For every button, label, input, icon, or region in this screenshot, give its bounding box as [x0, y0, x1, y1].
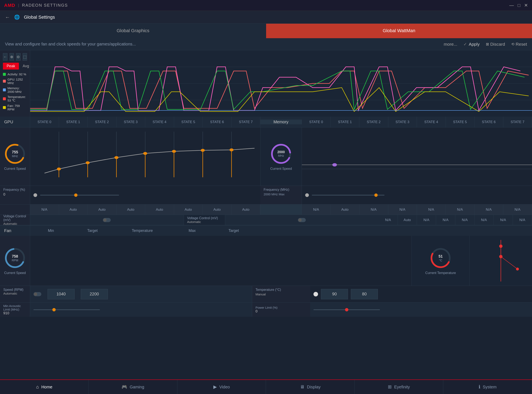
amd-logo: AMD [4, 3, 15, 8]
fan-label: Fan: 759 RPM [7, 104, 27, 111]
gpu-freq-slider-container[interactable] [30, 186, 260, 204]
gpu-state-5: STATE 5 [174, 117, 203, 127]
mem-voltage-values: N/A Auto N/A N/A N/A N/A N/A N/A [379, 215, 532, 225]
mem-state-7: STATE 7 [503, 117, 532, 127]
mem-freq-slider[interactable] [312, 195, 385, 196]
titlebar-left: AMD | RADEON SETTINGS [4, 3, 68, 8]
mem-voltage-label: Voltage Control (mV) Automatic [184, 215, 225, 225]
nav-video[interactable]: ▶ Video [177, 380, 266, 394]
acoustic-slider-area[interactable] [30, 302, 252, 317]
acoustic-label: Min Acoustic Limit (MHz) 910 [0, 302, 30, 317]
fan-speed-value: 758 RPM [12, 254, 18, 262]
mem-voltage-toggle[interactable] [298, 218, 306, 222]
temp-gauge: 51 °C Current Temperature [425, 247, 456, 275]
gpu-state-values: N/A Auto Auto Auto Auto Auto Auto Auto [30, 204, 260, 215]
svg-point-17 [115, 156, 118, 159]
fan-speed-toggle[interactable] [33, 292, 41, 296]
gpu-state-7: STATE 7 [232, 117, 260, 127]
graph-sidebar: ← ⊕ ⊖ ⬚ Peak Avg Activity: 92 % GPU: 125… [0, 50, 30, 117]
voltage-slider-area[interactable] [30, 215, 184, 225]
fan-ctrl-content: 1040 2200 [30, 286, 252, 302]
voltage-row: Voltage Control (mV) Automatic Voltage C… [0, 215, 532, 225]
zoom-in-btn[interactable]: ⊕ [10, 53, 14, 61]
memory-speed-label: Current Speed [270, 167, 292, 171]
mem-vv-6: N/A [494, 215, 513, 225]
tab-global-graphics[interactable]: Global Graphics [0, 24, 266, 38]
gpu-state-0: STATE 0 [30, 117, 59, 127]
fan-max-val[interactable]: 2200 [81, 289, 108, 299]
toolbar-actions: more... ✓ Apply ⊠ Discard ⟲ Reset [444, 42, 527, 47]
svg-point-41 [516, 268, 519, 270]
gpu-state-6: STATE 6 [203, 117, 232, 127]
voltage-label-text: Voltage Control (mV) [3, 214, 26, 222]
legend-temp: Temperature: 53 ℃ [3, 95, 27, 102]
memory-gauge: 2000 MHz Current Speed [270, 142, 292, 171]
back-button[interactable]: ← [5, 14, 10, 20]
freq-toggle[interactable] [33, 193, 37, 197]
mem-sv-3: N/A [388, 204, 417, 215]
discard-button[interactable]: ⊠ Discard [486, 42, 505, 47]
fan-curve-area [470, 236, 532, 286]
voltage-label: Voltage Control (mV) Automatic [0, 215, 30, 225]
zoom-out-btn[interactable]: ⊖ [16, 53, 21, 61]
temp-color [3, 97, 6, 100]
gpu-sv-0: N/A [30, 204, 59, 215]
video-label: Video [219, 385, 230, 389]
temp-speed-gauge: 51 °C [429, 247, 452, 270]
reset-button[interactable]: ⟲ Reset [511, 42, 527, 47]
tab-global-wattman[interactable]: Global WattMan [266, 24, 532, 38]
nav-system[interactable]: ℹ System [443, 380, 532, 394]
legend-gpu: GPU: 1252 MHz [3, 78, 27, 85]
avg-button[interactable]: Avg [20, 63, 32, 70]
gpu-sv-2: Auto [88, 204, 116, 215]
voltage-sublabel: Automatic [3, 222, 26, 225]
nav-eyefinity[interactable]: ⊞ Eyefinity [355, 380, 443, 394]
back-tool-btn[interactable]: ← [3, 53, 7, 61]
memory-speed-value: 2000 MHz [277, 150, 285, 157]
mem-state-spacer [260, 204, 302, 215]
gpu-sv-4: Auto [145, 204, 174, 215]
minimize-button[interactable]: — [509, 3, 514, 8]
fan-controls-row: Speed (RPM) Automatic 1040 2200 Temperat… [0, 286, 532, 302]
svg-point-19 [143, 152, 147, 155]
memory-divider: Memory [260, 119, 302, 124]
acoustic-slider[interactable] [33, 309, 100, 310]
peak-button[interactable]: Peak [3, 63, 19, 70]
temp-toggle[interactable] [313, 292, 318, 296]
reset-view-btn[interactable]: ⬚ [23, 53, 27, 61]
more-link[interactable]: more... [444, 42, 457, 47]
mem-voltage-slider-area[interactable] [225, 215, 379, 225]
mem-vv-2: N/A [417, 215, 436, 225]
graph-area: ← ⊕ ⊖ ⬚ Peak Avg Activity: 92 % GPU: 125… [0, 50, 532, 117]
gpu-freq-slider[interactable] [40, 195, 119, 196]
window-controls[interactable]: — □ ✕ [509, 3, 528, 8]
gpu-gauge-area: 755 MHz Current Speed [0, 127, 30, 186]
nav-gaming[interactable]: 🎮 Gaming [89, 380, 177, 394]
svg-point-21 [172, 150, 176, 153]
mem-sv-1: Auto [331, 204, 360, 215]
fan-min-val[interactable]: 1040 [47, 289, 74, 299]
nav-tabs: Global Graphics Global WattMan [0, 24, 532, 38]
temp-val-1[interactable]: 90 [321, 289, 348, 299]
gpu-state-2: STATE 2 [88, 117, 116, 127]
mem-freq-slider-container[interactable] [302, 186, 532, 204]
svg-point-15 [86, 161, 90, 164]
apply-button[interactable]: ✓ Apply [464, 42, 480, 47]
maximize-button[interactable]: □ [518, 3, 520, 8]
mem-freq-toggle[interactable] [305, 193, 309, 197]
svg-point-23 [201, 149, 205, 152]
fan-speed-gauge: 758 RPM [4, 247, 26, 270]
power-limit-slider[interactable] [313, 309, 380, 310]
mem-vv-1: Auto [398, 215, 417, 225]
performance-graph [30, 50, 532, 117]
temp-val-2[interactable]: 80 [351, 289, 378, 299]
close-button[interactable]: ✕ [524, 3, 528, 8]
gpu-speed-value: 755 MHz [12, 150, 18, 158]
power-limit-slider-area[interactable] [310, 302, 532, 317]
nav-display[interactable]: 🖥 Display [266, 380, 355, 394]
fan-gauge-area: 758 RPM Current Speed [0, 236, 30, 286]
nav-home[interactable]: ⌂ Home [0, 380, 89, 394]
voltage-toggle[interactable] [103, 218, 111, 222]
mem-freq-sublabel: 2000 MHz Max [263, 192, 298, 196]
gpu-state-1: STATE 1 [59, 117, 88, 127]
